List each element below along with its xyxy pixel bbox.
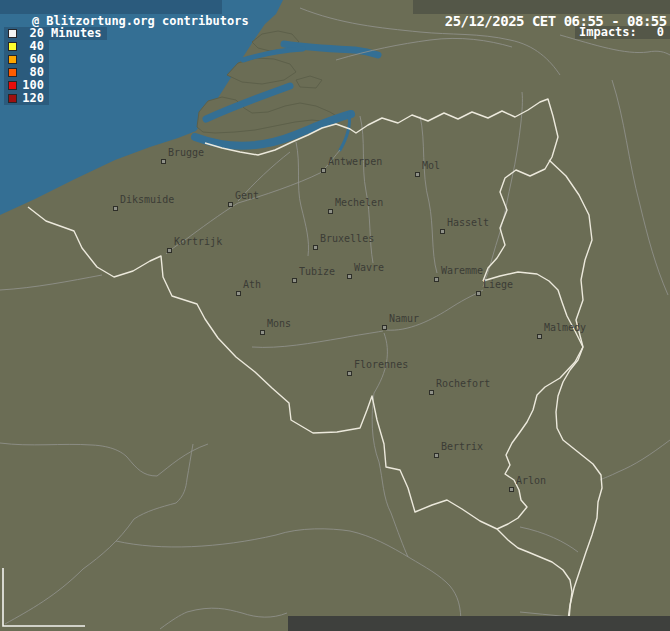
city-label: Hasselt [447,217,489,229]
city-marker [292,278,297,283]
city-marker [429,390,434,395]
city-marker [113,206,118,211]
city-label: Bertrix [441,441,483,453]
city-label: Wavre [354,262,384,274]
city-marker [382,325,387,330]
age-legend: 20Minutes406080100120 [4,27,107,105]
legend-color-swatch [8,42,17,51]
city-label: Brugge [168,147,204,159]
city-marker [347,371,352,376]
city-marker [347,274,352,279]
impacts-box: Impacts: 0 [575,26,670,39]
city-label: Namur [389,313,419,325]
datetime-box: 25/12/2025 CET 06:55 - 08:55 [413,0,670,14]
legend-color-swatch [8,94,17,103]
city-marker [260,330,265,335]
impacts-label: Impacts: [579,26,637,39]
city-marker [509,487,514,492]
city-label: Mons [267,318,291,330]
city-label: Gent [235,190,259,202]
attribution-bar: @ Blitzortung.org contributors [0,0,222,14]
impacts-value: 0 [657,26,664,39]
legend-unit-label: Minutes [51,27,102,40]
city-label: Rochefort [436,378,490,390]
city-marker [434,453,439,458]
city-marker [537,334,542,339]
city-label: Florennes [354,359,408,371]
legend-color-swatch [8,55,17,64]
city-marker [434,277,439,282]
city-label: Liege [483,279,513,291]
city-label: Arlon [516,475,546,487]
city-marker [167,248,172,253]
city-marker [321,168,326,173]
legend-item: 20Minutes [4,27,107,40]
city-marker [415,172,420,177]
city-label: Tubize [299,266,335,278]
lightning-map-app: BruggeDiksmuideGentKortrijkAntwerpenMolM… [0,0,670,631]
city-marker [236,291,241,296]
city-label: Diksmuide [120,194,174,206]
city-marker [228,202,233,207]
legend-color-swatch [8,29,17,38]
city-label: Mechelen [335,197,383,209]
legend-color-swatch [8,68,17,77]
city-marker [440,229,445,234]
city-marker [161,159,166,164]
city-label: Antwerpen [328,156,382,168]
city-label: Bruxelles [320,233,374,245]
city-label: Waremme [441,265,483,277]
city-label: Kortrijk [174,236,222,248]
city-label: Ath [243,279,261,291]
legend-item: 120 [4,92,49,105]
city-marker [476,291,481,296]
city-marker [328,209,333,214]
legend-color-swatch [8,81,17,90]
footer-credit-bar: Generated by www.meteobelgique.be / www.… [288,616,670,631]
legend-minutes-value: 120 [21,92,44,105]
city-label: Mol [422,160,440,172]
city-marker [313,245,318,250]
city-label: Malmedy [544,322,586,334]
